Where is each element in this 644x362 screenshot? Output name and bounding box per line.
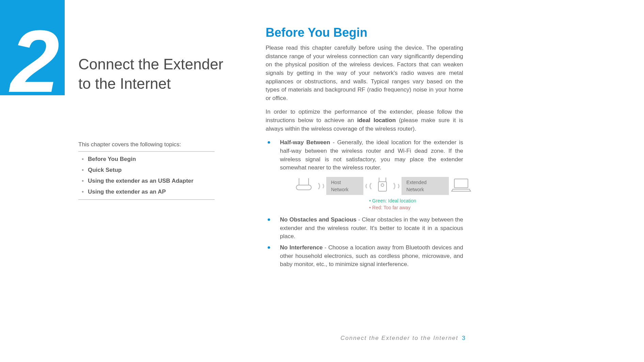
extended-network-label: Extended Network xyxy=(402,177,449,195)
section-heading: Before You Begin xyxy=(266,26,463,40)
chapter-number: 2 xyxy=(10,17,57,105)
diagram-legend: Green: Ideal location Red: Too far away xyxy=(369,197,471,211)
chapter-title-line2: to the Internet xyxy=(78,75,171,92)
router-icon xyxy=(294,177,313,195)
document-page: 2 Connect the Extender to the Internet T… xyxy=(0,0,644,362)
chapter-badge: 2 xyxy=(0,0,65,95)
laptop-icon xyxy=(451,177,471,195)
chapter-title-line1: Connect the Extender xyxy=(78,56,223,72)
diagram-row: Host Network Extended Network xyxy=(294,177,471,195)
topic-item: Using the extender as an AP xyxy=(88,186,215,197)
topics-block: This chapter covers the following topics… xyxy=(78,141,215,200)
placement-diagram: Host Network Extended Network Green: Ide… xyxy=(294,177,471,211)
svg-rect-2 xyxy=(296,185,311,190)
bullet-list: Half-way Between - Generally, the ideal … xyxy=(266,138,463,269)
divider xyxy=(78,199,215,200)
signal-icon xyxy=(365,181,374,191)
topics-list: Before You Begin Quick Setup Using the e… xyxy=(78,152,215,199)
chapter-title: Connect the Extender to the Internet xyxy=(78,54,249,93)
topic-item: Before You Begin xyxy=(88,154,215,165)
svg-point-6 xyxy=(381,184,384,186)
content-column: Before You Begin Please read this chapte… xyxy=(266,26,463,272)
topic-item: Using the extender as an USB Adapter xyxy=(88,176,215,186)
topic-item: Quick Setup xyxy=(88,165,215,176)
topics-intro: This chapter covers the following topics… xyxy=(78,141,215,148)
paragraph-1: Please read this chapter carefully befor… xyxy=(266,44,463,102)
signal-icon xyxy=(315,181,324,191)
page-number: 3 xyxy=(462,335,465,341)
host-network-label: Host Network xyxy=(326,177,363,195)
svg-rect-7 xyxy=(454,179,468,188)
bullet-obstacles: No Obstacles and Spacious - Clear obstac… xyxy=(266,216,463,241)
bullet-title: No Interference xyxy=(280,244,323,251)
footer-text: Connect the Extender to the Internet xyxy=(341,335,458,341)
signal-icon xyxy=(391,181,399,191)
legend-red: Red: Too far away xyxy=(369,204,471,211)
paragraph-2: In order to optimize the performance of … xyxy=(266,108,463,133)
bullet-title: No Obstacles and Spacious xyxy=(280,216,357,223)
bullet-title: Half-way Between xyxy=(280,139,330,146)
bullet-halfway: Half-way Between - Generally, the ideal … xyxy=(266,138,463,211)
page-footer: Connect the Extender to the Internet 3 xyxy=(341,335,465,342)
para2-bold: ideal location xyxy=(357,117,396,124)
legend-green: Green: Ideal location xyxy=(369,197,471,204)
extender-icon xyxy=(376,177,389,195)
bullet-interference: No Interference - Choose a location away… xyxy=(266,244,463,269)
